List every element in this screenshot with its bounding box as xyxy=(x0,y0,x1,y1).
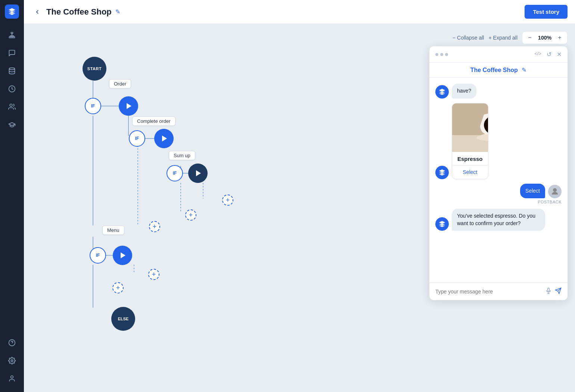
message-row-user: Select POSTBACK xyxy=(435,184,562,205)
if-node-3[interactable]: IF xyxy=(167,165,183,181)
play-node-complete[interactable] xyxy=(154,129,174,148)
card-select-button[interactable]: Select xyxy=(452,165,488,179)
play-node-sumup[interactable] xyxy=(188,164,208,183)
close-icon[interactable]: ✕ xyxy=(557,51,562,58)
play-node-menu[interactable] xyxy=(113,246,132,265)
sidebar-item-database[interactable] xyxy=(4,63,19,78)
sidebar-item-users[interactable] xyxy=(4,99,19,114)
bot-avatar-1 xyxy=(435,85,449,99)
zoom-control: − 100% + xyxy=(522,31,568,44)
if-node-2[interactable]: IF xyxy=(129,130,145,147)
canvas-toolbar: − Collapse all + Expand all − 100% + xyxy=(453,31,568,44)
sidebar-item-chat[interactable] xyxy=(4,46,19,60)
edit-title-icon[interactable]: ✎ xyxy=(115,8,120,15)
sidebar-item-clock[interactable] xyxy=(4,81,19,96)
add-node-left[interactable]: + xyxy=(112,282,124,293)
sidebar-item-training[interactable] xyxy=(4,117,19,132)
zoom-out-button[interactable]: − xyxy=(525,33,534,42)
product-card: Espresso Select xyxy=(452,103,488,179)
page-title: The Coffee Shop xyxy=(46,7,112,17)
svg-point-9 xyxy=(9,68,15,70)
back-button[interactable] xyxy=(31,6,43,18)
svg-point-15 xyxy=(11,376,13,379)
code-icon[interactable]: </> xyxy=(534,51,541,58)
chat-header-actions: </> ↺ ✕ xyxy=(534,51,562,58)
chat-messages: have? xyxy=(429,78,568,283)
start-node[interactable]: START xyxy=(83,57,106,81)
chat-edit-icon[interactable]: ✎ xyxy=(522,67,526,73)
postback-label: POSTBACK xyxy=(538,200,562,204)
chat-header: </> ↺ ✕ xyxy=(429,46,568,63)
sidebar-item-help[interactable] xyxy=(4,335,19,350)
sumup-label: Sum up xyxy=(169,151,195,160)
zoom-in-button[interactable]: + xyxy=(555,33,564,42)
add-node-menu[interactable]: + xyxy=(148,269,159,280)
svg-rect-3 xyxy=(13,37,15,38)
dot-2 xyxy=(440,53,443,56)
dot-1 xyxy=(435,53,438,56)
collapse-icon: − xyxy=(453,35,456,41)
if-node-4[interactable]: IF xyxy=(90,247,106,264)
sidebar xyxy=(0,0,24,392)
send-icon[interactable] xyxy=(555,287,562,296)
chat-panel: </> ↺ ✕ The Coffee Shop ✎ have? xyxy=(429,46,568,300)
play-node-order[interactable] xyxy=(119,96,138,116)
add-node-sumup-right[interactable]: + xyxy=(222,195,233,206)
refresh-icon[interactable]: ↺ xyxy=(547,51,551,58)
topbar: The Coffee Shop ✎ Test story xyxy=(24,0,575,24)
order-label: Order xyxy=(109,79,131,88)
message-row-partial: have? xyxy=(435,84,562,99)
chat-header-dots xyxy=(435,53,448,56)
message-row-confirmation: You've selected espresso. Do you want to… xyxy=(435,209,562,231)
start-label: START xyxy=(87,66,102,71)
if-node-1[interactable]: IF xyxy=(85,98,101,114)
chat-title: The Coffee Shop xyxy=(470,67,518,73)
partial-message: have? xyxy=(452,84,476,99)
svg-rect-0 xyxy=(11,32,13,34)
user-avatar xyxy=(548,185,562,198)
card-image xyxy=(452,103,488,152)
dot-3 xyxy=(445,53,448,56)
add-node-complete[interactable]: + xyxy=(149,221,160,232)
user-select-message: Select xyxy=(520,184,545,199)
sidebar-item-hierarchy[interactable] xyxy=(4,28,19,43)
app-logo[interactable] xyxy=(5,4,19,19)
sidebar-item-settings[interactable] xyxy=(4,353,19,368)
complete-order-label: Complete order xyxy=(132,116,175,126)
chat-input-bar xyxy=(429,283,568,300)
card-body: Espresso xyxy=(452,152,488,162)
collapse-all-button[interactable]: − Collapse all xyxy=(453,35,484,41)
confirmation-message: You've selected espresso. Do you want to… xyxy=(452,209,545,231)
zoom-value: 100% xyxy=(537,35,552,41)
svg-point-39 xyxy=(553,188,557,192)
else-node[interactable]: ELSE xyxy=(111,307,135,331)
add-node-sumup-center[interactable]: + xyxy=(185,209,196,221)
svg-point-11 xyxy=(10,104,12,107)
svg-rect-40 xyxy=(548,288,550,292)
main-canvas: − Collapse all + Expand all − 100% + xyxy=(24,24,575,392)
expand-icon: + xyxy=(488,35,491,41)
message-row-card: Espresso Select xyxy=(435,103,562,179)
test-story-button[interactable]: Test story xyxy=(525,5,568,19)
card-product-name: Espresso xyxy=(457,156,483,162)
expand-all-button[interactable]: + Expand all xyxy=(488,35,518,41)
chat-title-bar: The Coffee Shop ✎ xyxy=(429,63,568,78)
svg-point-14 xyxy=(11,360,13,362)
menu-label: Menu xyxy=(102,225,124,235)
bot-avatar-2 xyxy=(435,166,449,179)
chat-input[interactable] xyxy=(435,289,542,295)
mic-icon[interactable] xyxy=(545,287,552,296)
bot-avatar-3 xyxy=(435,217,449,231)
sidebar-item-user[interactable] xyxy=(4,371,19,386)
